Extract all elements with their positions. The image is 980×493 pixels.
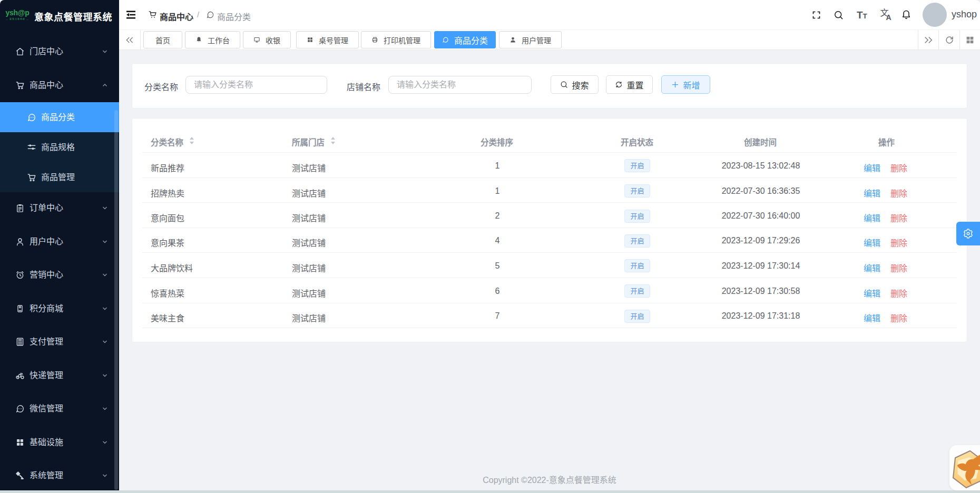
svg-text:T: T — [863, 12, 868, 20]
svg-text:A: A — [886, 13, 891, 21]
svg-text:T: T — [857, 9, 863, 21]
